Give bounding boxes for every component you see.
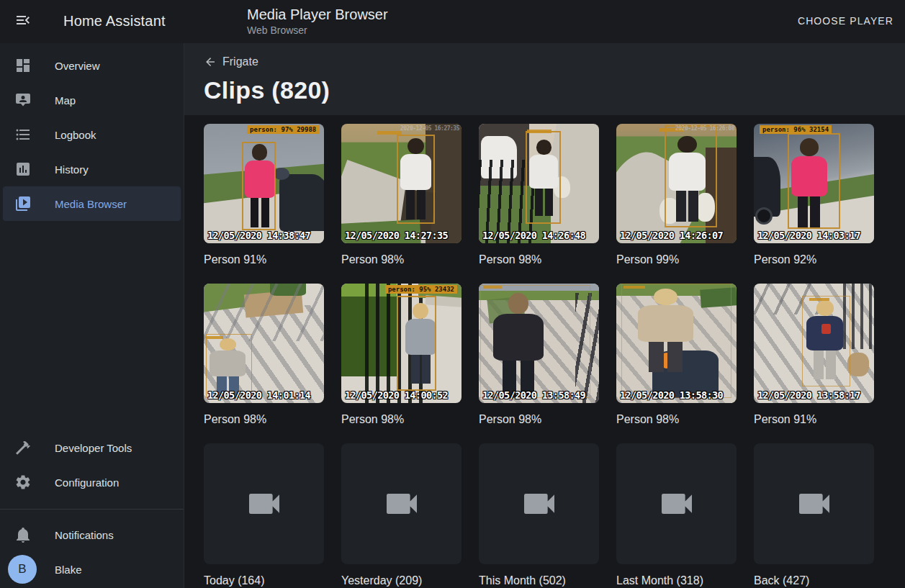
video-icon	[382, 484, 422, 524]
sidebar-item-label: Media Browser	[55, 198, 127, 210]
detection-bbox	[526, 131, 560, 224]
detection-bbox	[802, 296, 850, 386]
clip-timestamp-overlay: 12/05/2020 13:58:30	[620, 389, 723, 401]
folder-thumbnail[interactable]	[479, 443, 599, 564]
sidebar-item-user[interactable]: B Blake	[3, 552, 181, 587]
breadcrumb-label: Frigate	[222, 55, 258, 68]
clip-card[interactable]: 2020-12-05 16:26:08 12/05/2020 14:26:07 …	[616, 124, 737, 266]
clip-thumbnail[interactable]: 2020-12-05 16:26:08 12/05/2020 14:26:07	[616, 124, 737, 243]
stroller-shape	[279, 174, 324, 232]
content-body: person: 97% 29988 12/05/2020 14:38:47 Pe…	[184, 115, 905, 588]
clip-card[interactable]: person: 97% 29988 12/05/2020 14:38:47 Pe…	[204, 124, 324, 266]
page-header-block: Media Player Browser Web Browser	[247, 6, 388, 36]
detection-chip	[623, 286, 645, 289]
main-content: Frigate Clips (820) person: 97% 29988 12…	[184, 43, 905, 588]
clip-thumbnail[interactable]: person: 96% 32154 12/05/2020 14:03:17	[754, 124, 874, 243]
clip-timestamp-overlay: 12/05/2020 14:01:14	[207, 389, 310, 401]
scene-layer	[847, 353, 869, 376]
folder-thumbnail[interactable]	[204, 443, 324, 564]
sidebar-item-configuration[interactable]: Configuration	[3, 465, 181, 499]
clip-card[interactable]: 12/05/2020 14:01:14 Person 98%	[204, 284, 324, 426]
clip-card[interactable]: 12/05/2020 14:26:48 Person 98%	[479, 124, 599, 266]
video-icon	[794, 484, 834, 524]
view-dashboard-icon	[14, 57, 32, 74]
folder-thumbnail[interactable]	[616, 443, 737, 564]
clip-timestamp-overlay: 12/05/2020 14:38:47	[207, 230, 310, 241]
folder-thumbnail[interactable]	[754, 443, 874, 564]
camera-timestamp: 2020-12-05 16:26:08	[675, 125, 734, 132]
choose-player-button[interactable]: CHOOSE PLAYER	[798, 15, 893, 27]
clip-card[interactable]: person: 95% 23432 12/05/2020 14:00:52 Pe…	[341, 284, 461, 426]
folder-thumbnail[interactable]	[341, 443, 461, 564]
sidebar-item-label: Overview	[55, 60, 100, 72]
sidebar-item-label: Notifications	[55, 529, 114, 541]
clip-thumbnail[interactable]: 12/05/2020 13:58:49	[479, 284, 599, 403]
content-header: Frigate Clips (820)	[184, 43, 905, 115]
detection-chip	[483, 286, 502, 289]
folder-label: Yesterday (209)	[341, 574, 461, 587]
folder-card-this-month[interactable]: This Month (502)	[479, 443, 599, 587]
folder-label: This Month (502)	[479, 574, 599, 587]
clip-card[interactable]: 2020-12-05 16:27:35 12/05/2020 14:27:35 …	[341, 124, 461, 266]
arrow-left-icon	[204, 55, 217, 68]
video-icon	[657, 484, 697, 524]
detection-bbox	[480, 285, 591, 399]
clip-timestamp-overlay: 12/05/2020 13:58:17	[757, 389, 860, 401]
clip-thumbnail[interactable]: 12/05/2020 14:26:48	[479, 124, 599, 243]
clip-label: Person 91%	[754, 412, 874, 426]
clip-card[interactable]: 12/05/2020 13:58:30 Person 98%	[616, 284, 737, 426]
camera-timestamp: 2020-12-05 16:27:35	[400, 125, 459, 132]
clip-thumbnail[interactable]: 12/05/2020 13:58:30	[616, 284, 737, 403]
sidebar-item-map[interactable]: Map	[3, 83, 181, 117]
folder-card-today[interactable]: Today (164)	[204, 443, 324, 587]
account-tooltip-icon	[14, 91, 32, 109]
folder-card-last-month[interactable]: Last Month (318)	[616, 443, 737, 587]
detection-bbox	[788, 133, 840, 229]
sidebar-item-label: Logbook	[55, 129, 96, 141]
detection-tag: person: 97% 29988	[247, 125, 319, 134]
user-name-label: Blake	[55, 564, 82, 576]
video-icon	[244, 484, 284, 524]
sidebar-item-developer-tools[interactable]: Developer Tools	[3, 430, 181, 465]
list-bulleted-icon	[14, 126, 32, 143]
breadcrumb[interactable]: Frigate	[204, 55, 258, 68]
clip-timestamp-overlay: 12/05/2020 14:00:52	[345, 389, 448, 401]
sidebar-divider	[0, 509, 184, 510]
clip-thumbnail[interactable]: 12/05/2020 13:58:17	[754, 284, 874, 403]
detection-bbox	[206, 334, 251, 399]
detection-chip	[377, 131, 402, 135]
clip-label: Person 98%	[479, 412, 599, 426]
media-grid: person: 97% 29988 12/05/2020 14:38:47 Pe…	[204, 124, 905, 587]
clip-label: Person 98%	[341, 253, 461, 266]
sidebar-item-media-browser[interactable]: Media Browser	[3, 186, 181, 221]
hammer-icon	[14, 439, 32, 456]
folder-card-back[interactable]: Back (427)	[754, 443, 874, 587]
detection-bbox	[397, 135, 435, 225]
detection-bbox	[621, 284, 732, 398]
clip-label: Person 98%	[341, 412, 461, 426]
clip-timestamp-overlay: 12/05/2020 13:58:49	[482, 389, 585, 401]
video-icon	[519, 484, 559, 524]
sidebar-item-overview[interactable]: Overview	[3, 48, 181, 83]
clip-thumbnail[interactable]: 2020-12-05 16:27:35 12/05/2020 14:27:35	[341, 124, 461, 243]
clip-thumbnail[interactable]: 12/05/2020 14:01:14	[204, 284, 324, 403]
clip-card[interactable]: 12/05/2020 13:58:17 Person 91%	[754, 284, 874, 426]
clip-card[interactable]: 12/05/2020 13:58:49 Person 98%	[479, 284, 599, 426]
folder-card-yesterday[interactable]: Yesterday (209)	[341, 443, 461, 587]
clip-thumbnail[interactable]: person: 95% 23432 12/05/2020 14:00:52	[341, 284, 461, 403]
sidebar-toggle-button[interactable]	[13, 12, 33, 32]
gear-icon	[14, 474, 32, 491]
play-box-multiple-icon	[14, 195, 32, 212]
clip-thumbnail[interactable]: person: 97% 29988 12/05/2020 14:38:47	[204, 124, 324, 243]
app-title: Home Assistant	[63, 13, 166, 30]
sidebar-item-notifications[interactable]: Notifications	[3, 517, 181, 552]
avatar: B	[8, 555, 37, 584]
page-title: Clips (820)	[204, 76, 905, 104]
clip-card[interactable]: person: 96% 32154 12/05/2020 14:03:17 Pe…	[754, 124, 874, 266]
sidebar-item-history[interactable]: History	[3, 152, 181, 186]
folder-label: Today (164)	[204, 574, 324, 587]
detection-bbox	[242, 142, 276, 230]
clip-label: Person 91%	[204, 253, 324, 266]
sidebar-item-logbook[interactable]: Logbook	[3, 117, 181, 152]
sidebar-item-label: History	[55, 163, 89, 176]
